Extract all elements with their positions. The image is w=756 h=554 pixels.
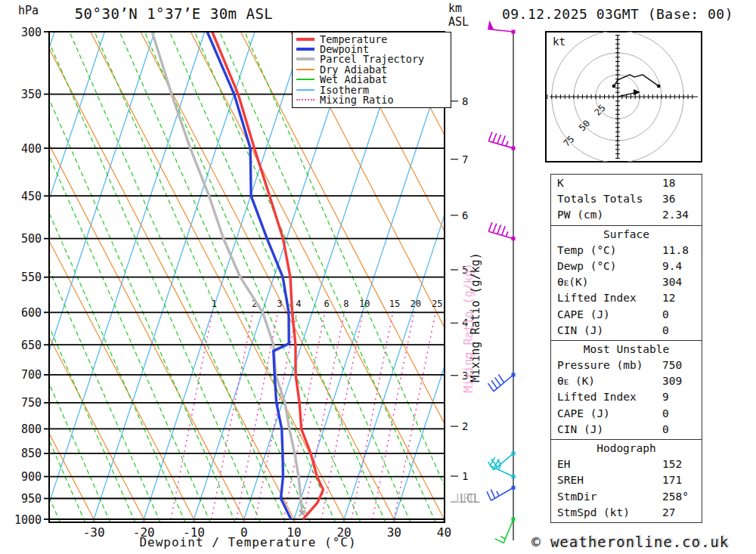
table-section: K18Totals Totals36PW (cm)2.34 <box>551 175 702 225</box>
km-tick-label: 7 <box>462 153 468 166</box>
table-row-value: 309 <box>662 373 702 389</box>
mixing-ratio-value-label: 25 <box>432 299 442 309</box>
skewt-sounding-page: 3003504004505005506006507007508008509009… <box>0 0 756 554</box>
wind-barb-shaft <box>503 519 513 543</box>
table-row: Totals Totals36 <box>551 191 702 207</box>
table-row-value: 258° <box>662 489 702 505</box>
wind-barb <box>488 20 515 34</box>
pressure-tick-label: 300 <box>21 26 42 39</box>
wind-barb-shaft <box>494 375 513 392</box>
pressure-tick-label: 700 <box>21 368 42 382</box>
table-row-label: Lifted Index <box>557 290 662 306</box>
table-row-label: θᴇ(K) <box>557 274 662 290</box>
wind-barb-half-tick <box>497 491 499 496</box>
table-row: Dewp (°C)9.4 <box>551 258 702 274</box>
run-datetime: 09.12.2025 03GMT (Base: 00) <box>482 6 753 22</box>
table-row-label: EH <box>557 457 662 472</box>
temperature-axis-title: Dewpoint / Temperature (°C) <box>97 535 399 549</box>
wind-barb-full-tick <box>491 489 494 498</box>
table-row-label: CIN (J) <box>557 323 662 339</box>
table-row: Lifted Index12 <box>551 290 702 306</box>
table-row: EH152 <box>551 457 702 472</box>
pressure-tick-label: 550 <box>21 271 42 284</box>
legend-swatch-isotherm <box>296 89 314 91</box>
table-section: Most UnstablePressure (mb)750θᴇ (K)309Li… <box>551 340 702 439</box>
wind-barb-half-tick <box>506 231 508 237</box>
table-row-value: 171 <box>662 472 702 488</box>
station-title: 50°30’N 1°37’E 30m ASL <box>53 5 295 22</box>
wind-barb-full-tick <box>502 136 506 145</box>
table-row-label: StmSpd (kt) <box>557 505 662 521</box>
temperature-tick-label: 40 <box>437 525 451 540</box>
legend-label: Mixing Ratio <box>320 94 394 106</box>
table-row-value: 0 <box>662 323 702 339</box>
wet-adiabat-line <box>0 32 10 522</box>
mixing-ratio-line <box>256 311 297 519</box>
table-section-header: Hodograph <box>551 441 702 457</box>
mixing-ratio-value-label: 20 <box>411 299 421 309</box>
wind-barb-full-tick <box>488 222 492 231</box>
table-row-value: 36 <box>662 191 702 207</box>
table-row-value: 304 <box>662 274 702 290</box>
height-axis-unit-km: km <box>448 2 469 15</box>
pressure-tick-label: 400 <box>21 142 42 156</box>
table-row: CAPE (J)0 <box>551 307 702 323</box>
mixing-ratio-line <box>321 311 363 519</box>
pressure-tick-label: 750 <box>21 396 42 410</box>
km-tick-label: 8 <box>462 95 468 107</box>
mixing-ratio-line <box>212 311 253 519</box>
pressure-axis-unit: hPa <box>18 4 39 17</box>
isotherm-line <box>0 32 5 522</box>
pressure-tick-label: 900 <box>21 470 42 484</box>
table-row-value: 11.8 <box>662 243 702 258</box>
table-row: CIN (J)0 <box>551 323 702 339</box>
legend-swatch-parcel <box>296 57 314 60</box>
pressure-tick-label: 800 <box>21 422 42 436</box>
wind-barb <box>488 222 515 240</box>
table-row-label: SREH <box>557 472 662 488</box>
mixing-ratio-line <box>394 311 435 519</box>
height-axis-unit-asl: ASL <box>448 15 469 29</box>
pressure-tick-label: 1000 <box>14 513 42 527</box>
table-row-value: 9 <box>662 389 702 405</box>
wind-barb <box>495 518 516 543</box>
wind-barb-shaft <box>491 487 513 500</box>
legend-swatch-temperature <box>296 38 314 41</box>
wind-barb-full-tick <box>488 132 492 141</box>
mixing-ratio-labels: 12346810152025 <box>211 299 442 309</box>
wind-barb-shaft <box>490 466 513 476</box>
sounding-indices-table: K18Totals Totals36PW (cm)2.34SurfaceTemp… <box>550 174 702 523</box>
mixing-ratio-value-label: 15 <box>389 299 400 309</box>
table-section: SurfaceTemp (°C)11.8Dewp (°C)9.4θᴇ(K)304… <box>551 225 702 340</box>
legend-swatch-dewpoint <box>296 48 314 51</box>
wind-barb-full-tick <box>487 491 491 500</box>
lcl-marker-label: LCL <box>460 492 480 506</box>
table-row-value: 9.4 <box>662 258 702 274</box>
table-row: StmSpd (kt)27 <box>551 505 702 521</box>
mixing-ratio-line <box>352 311 393 519</box>
table-row-value: 2.34 <box>662 207 702 223</box>
height-axis-unit: km ASL <box>448 2 469 29</box>
pressure-tick-label: 350 <box>21 88 42 101</box>
wind-barb-column <box>487 20 515 543</box>
table-row: CIN (J)0 <box>551 422 702 438</box>
wind-barb-full-tick <box>493 133 497 142</box>
pressure-tick-label: 450 <box>21 190 42 203</box>
wind-barb-shaft <box>488 141 513 148</box>
mixing-ratio-value-label: 1 <box>211 299 216 309</box>
wind-barb-full-tick <box>495 377 500 385</box>
table-row: StmDir258° <box>551 489 702 505</box>
table-row-value: 0 <box>662 406 702 422</box>
table-section: HodographEH152SREH171StmDir258°StmSpd (k… <box>551 439 702 522</box>
table-row-value: 0 <box>662 307 702 323</box>
wind-barb-half-tick <box>506 141 508 147</box>
mixing-ratio-value-label: 4 <box>296 299 301 309</box>
mixing-ratio-value-label: 6 <box>324 299 329 309</box>
km-tick-label: 1 <box>462 470 468 482</box>
legend-item-mixing-ratio: Mixing Ratio <box>296 94 451 104</box>
table-row-label: K <box>557 175 662 191</box>
wind-barb-full-tick <box>493 224 497 233</box>
wind-barb <box>488 132 515 150</box>
table-row-label: CAPE (J) <box>557 406 662 422</box>
table-row: PW (cm)2.34 <box>551 207 702 223</box>
